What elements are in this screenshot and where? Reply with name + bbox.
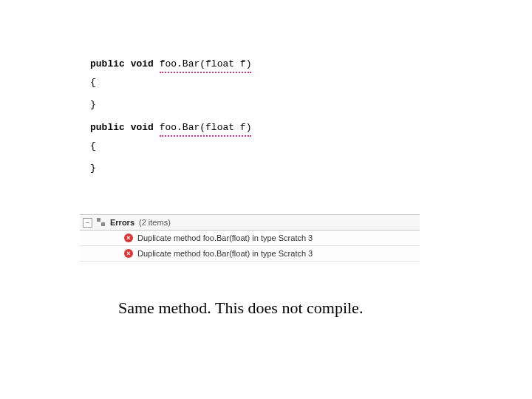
collapse-toggle-icon[interactable]: − [83, 218, 92, 228]
method-decl-2: public void foo.Bar(float f) [90, 121, 408, 137]
blank-line [90, 112, 408, 121]
error-row[interactable]: × Duplicate method foo.Bar(float) in typ… [80, 231, 420, 246]
keyword-public: public [90, 122, 125, 133]
keyword-void: void [131, 122, 154, 133]
close-brace-2: } [90, 162, 408, 175]
errors-panel: − Errors (2 items) × Duplicate method fo… [80, 214, 420, 262]
close-brace-1: } [90, 98, 408, 112]
errors-panel-count: (2 items) [139, 218, 171, 227]
open-brace-1: { [90, 76, 408, 89]
slide-stage: public void foo.Bar(float f) { } public … [0, 0, 532, 399]
method-signature-1: foo.Bar(float f) [160, 58, 252, 73]
error-message: Duplicate method foo.Bar(float) in type … [137, 233, 313, 242]
error-message: Duplicate method foo.Bar(float) in type … [137, 249, 313, 258]
error-icon: × [124, 233, 133, 242]
group-by-icon[interactable] [97, 218, 106, 227]
keyword-void: void [131, 58, 154, 69]
method-decl-1: public void foo.Bar(float f) [90, 58, 408, 73]
errors-panel-header[interactable]: − Errors (2 items) [80, 214, 420, 231]
errors-panel-title: Errors [110, 218, 134, 227]
error-icon: × [124, 249, 133, 258]
open-brace-2: { [90, 140, 408, 153]
keyword-public: public [90, 58, 125, 69]
method-signature-2: foo.Bar(float f) [160, 121, 252, 137]
caption-text: Same method. This does not compile. [118, 299, 363, 318]
error-row[interactable]: × Duplicate method foo.Bar(float) in typ… [80, 246, 420, 262]
blank-line [90, 89, 408, 98]
blank-line [90, 153, 408, 162]
code-area: public void foo.Bar(float f) { } public … [90, 58, 408, 175]
